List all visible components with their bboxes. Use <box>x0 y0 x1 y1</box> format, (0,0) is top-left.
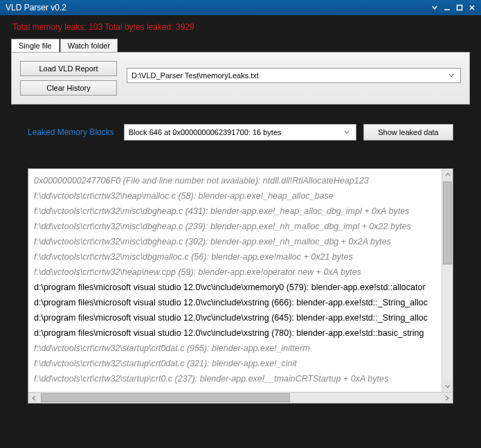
bytes-label: Total bytes leaked: <box>105 22 173 32</box>
trace-line[interactable]: f:\dd\vctools\crt\crtw32\startup\crt0dat… <box>34 341 447 356</box>
trace-line[interactable]: f:\dd\vctools\crt\crtw32\misc\dbgmalloc.… <box>34 249 447 265</box>
svg-rect-1 <box>457 6 462 10</box>
close-button[interactable] <box>466 1 478 14</box>
blocks-label: Leaked Memory Blocks <box>28 127 114 137</box>
trace-line[interactable]: d:\program files\microsoft visual studio… <box>34 325 447 341</box>
trace-line[interactable]: d:\program files\microsoft visual studio… <box>34 295 447 310</box>
show-leaked-data-button[interactable]: Show leaked data <box>363 124 453 141</box>
maximize-button[interactable] <box>453 1 466 14</box>
chevron-down-icon[interactable] <box>342 129 352 135</box>
trace-line[interactable]: f:\dd\vctools\crt\crtw32\heap\new.cpp (5… <box>34 265 447 280</box>
scroll-left-icon[interactable] <box>28 393 39 404</box>
trace-line[interactable]: f:\dd\vctools\crt\crtw32\startup\crt0.c … <box>34 371 447 386</box>
stack-trace-panel: 0x00000000247706F0 (File and line number… <box>28 168 453 404</box>
horizontal-scrollbar[interactable] <box>28 392 453 403</box>
minimize-button[interactable] <box>441 1 453 14</box>
status-bar: Total memory leaks: 103 Total bytes leak… <box>0 15 481 36</box>
trace-line[interactable]: f:\dd\vctools\crt\crtw32\misc\dbgheap.c … <box>34 204 447 219</box>
dropdown-icon[interactable] <box>428 1 441 14</box>
stack-trace-list: 0x00000000247706F0 (File and line number… <box>28 169 453 391</box>
block-combo[interactable]: Block 646 at 0x0000000062391700: 16 byte… <box>124 124 356 141</box>
tab-watch-folder[interactable]: Watch folder <box>60 39 118 52</box>
file-path-combo[interactable]: D:\VLD_Parser Test\memoryLeaks.txt <box>127 68 461 83</box>
block-selector-row: Leaked Memory Blocks Block 646 at 0x0000… <box>28 124 453 141</box>
leaks-count: 103 <box>89 22 102 32</box>
vertical-scrollbar[interactable] <box>442 169 453 392</box>
trace-line[interactable]: f:\dd\vctools\crt\crtw32\startup\crt0dat… <box>34 356 447 371</box>
scroll-right-icon[interactable] <box>442 393 453 404</box>
scroll-down-icon[interactable] <box>442 381 453 392</box>
file-panel: Load VLD Report Clear History D:\VLD_Par… <box>11 52 470 105</box>
file-path-value: D:\VLD_Parser Test\memoryLeaks.txt <box>131 71 259 80</box>
tab-strip: Single file Watch folder <box>11 39 470 52</box>
leaks-label: Total memory leaks: <box>12 22 87 32</box>
chevron-down-icon[interactable] <box>446 73 456 78</box>
scroll-thumb[interactable] <box>443 181 452 265</box>
bytes-count: 3929 <box>176 22 194 32</box>
trace-line[interactable]: f:\dd\vctools\crt\crtw32\misc\dbgheap.c … <box>34 219 447 234</box>
clear-history-button[interactable]: Clear History <box>20 80 117 96</box>
trace-line[interactable]: f:\dd\vctools\crt\crtw32\misc\dbgheap.c … <box>34 234 447 249</box>
scroll-thumb[interactable] <box>41 393 290 402</box>
trace-line[interactable]: f:\dd\vctools\crt\crtw32\heap\malloc.c (… <box>34 188 447 204</box>
tab-single-file[interactable]: Single file <box>11 39 60 52</box>
load-report-button[interactable]: Load VLD Report <box>20 61 117 76</box>
title-bar: VLD Parser v0.2 <box>0 0 481 15</box>
block-combo-value: Block 646 at 0x0000000062391700: 16 byte… <box>129 128 282 136</box>
trace-line[interactable]: 0x00000000247706F0 (File and line number… <box>34 173 447 188</box>
trace-line[interactable]: d:\program files\microsoft visual studio… <box>34 280 447 295</box>
scroll-up-icon[interactable] <box>442 169 453 180</box>
trace-line[interactable]: d:\program files\microsoft visual studio… <box>34 310 447 325</box>
window-title: VLD Parser v0.2 <box>6 3 66 12</box>
